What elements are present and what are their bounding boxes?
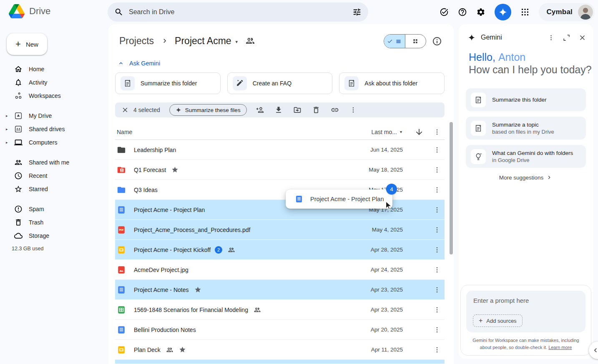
modified-column-header[interactable]: Last mo... ▾ — [372, 129, 402, 135]
star-icon — [179, 346, 186, 353]
sidebar-item-workspaces[interactable]: Workspaces — [0, 89, 108, 102]
row-more-icon[interactable] — [432, 345, 442, 355]
sidebar-item-starred[interactable]: Starred — [0, 182, 108, 196]
greeting-question: How can I help you today? — [469, 63, 592, 76]
expand-caret-icon[interactable]: ▸ — [6, 127, 8, 131]
row-more-icon[interactable] — [432, 165, 442, 175]
list-view-button[interactable] — [384, 35, 405, 48]
row-more-icon[interactable] — [432, 325, 442, 335]
row-more-icon[interactable] — [432, 225, 442, 235]
list-scrollbar[interactable] — [450, 122, 453, 254]
file-date: May 18, 2025 — [369, 167, 403, 173]
file-row-selected[interactable]: Project Acme - Project Plan May 17, 2025 — [115, 200, 445, 220]
summarize-files-button[interactable]: Summarize these files — [169, 104, 247, 116]
modified-column-label: Last mo... — [372, 129, 397, 135]
breadcrumb-current[interactable]: Project Acme — [171, 35, 233, 47]
chevron-up-icon — [118, 60, 124, 67]
suggestion-summarize-folder[interactable]: Summarize this folder — [466, 88, 586, 111]
settings-gear-icon[interactable] — [476, 7, 485, 17]
close-panel-icon[interactable] — [578, 34, 586, 42]
avatar[interactable] — [578, 5, 593, 20]
name-column-header[interactable]: Name — [117, 129, 132, 135]
google-sheets-icon — [117, 305, 126, 314]
grid-view-button[interactable] — [405, 35, 426, 48]
row-more-icon[interactable] — [432, 265, 442, 275]
suggestion-summarize-topic[interactable]: Summarize a topic based on files in my D… — [466, 117, 586, 140]
more-suggestions-label: More suggestions — [499, 175, 544, 181]
sidebar-item-shared-drives[interactable]: ▸ Shared drives — [0, 122, 108, 136]
file-row[interactable]: 1569-1848 Scenarios for Financial Modeli… — [115, 300, 445, 320]
file-row[interactable]: Plan Deck Apr 11, 2025 — [115, 340, 445, 360]
chip-summarize-folder[interactable]: Summarize this folder — [115, 72, 221, 94]
search-icon[interactable] — [114, 7, 123, 17]
search-input[interactable] — [129, 8, 347, 16]
storage-used-label: 12.3 GB used — [0, 246, 108, 252]
drive-logo[interactable]: Drive — [9, 4, 50, 18]
sidebar-item-computers[interactable]: ▸ Computers — [0, 136, 108, 149]
prompt-input[interactable]: Enter a prompt here + Add sources — [466, 291, 585, 332]
ask-gemini-label: Ask Gemini — [129, 60, 160, 67]
file-row[interactable]: Bellini Production Notes Apr 20, 2025 — [115, 320, 445, 340]
copy-link-icon[interactable] — [331, 106, 339, 114]
account-pill[interactable]: Cymbal — [539, 3, 595, 21]
panel-more-icon[interactable] — [548, 34, 555, 42]
clock-icon — [14, 172, 23, 180]
add-sources-button[interactable]: + Add sources — [473, 314, 523, 327]
sidebar-item-my-drive[interactable]: ▸ My Drive — [0, 109, 108, 122]
sidebar-item-spam[interactable]: Spam — [0, 202, 108, 216]
expand-caret-icon[interactable]: ▸ — [6, 114, 8, 118]
file-row[interactable]: Leadership Plan Jun 14, 2025 — [115, 140, 445, 160]
row-more-icon[interactable] — [432, 145, 442, 155]
trash-icon[interactable] — [312, 106, 320, 114]
doc-sparkle-icon — [471, 121, 486, 136]
row-more-icon[interactable] — [432, 285, 442, 295]
sidebar-item-activity[interactable]: Activity — [0, 76, 108, 89]
ask-gemini-toggle[interactable]: Ask Gemini — [118, 60, 160, 67]
expand-panel-icon[interactable] — [563, 34, 570, 42]
folder-members-icon[interactable] — [245, 36, 255, 46]
row-more-icon[interactable] — [432, 305, 442, 315]
sidebar-item-storage[interactable]: Storage — [0, 229, 108, 242]
breadcrumb-parent[interactable]: Projects — [115, 35, 158, 47]
chip-label: Create an FAQ — [253, 80, 291, 87]
google-docs-icon — [117, 325, 126, 334]
gemini-button[interactable] — [495, 4, 511, 20]
sidebar-item-home[interactable]: Home — [0, 62, 108, 76]
sidebar-item-shared-with-me[interactable]: Shared with me — [0, 156, 108, 169]
file-row[interactable]: Q1 Forecast May 18, 2025 — [115, 160, 445, 180]
check-icon — [387, 38, 393, 44]
new-button[interactable]: + New — [7, 33, 47, 55]
table-options-icon[interactable] — [432, 127, 442, 137]
download-icon[interactable] — [274, 106, 283, 114]
search-bar[interactable] — [108, 2, 368, 22]
suggestion-gemini-folders[interactable]: What can Gemini do with folders in Googl… — [466, 145, 586, 168]
folder-menu-caret-icon[interactable]: ▾ — [236, 39, 238, 45]
clear-selection-button[interactable] — [119, 104, 131, 116]
info-icon[interactable] — [432, 36, 442, 46]
view-toggle[interactable] — [384, 34, 426, 48]
row-more-icon[interactable] — [432, 205, 442, 215]
file-row-selected[interactable]: Project Acme - Project Kickoff 2 Apr 28,… — [115, 240, 445, 260]
learn-more-link[interactable]: Learn more — [548, 345, 572, 350]
sort-direction-icon[interactable] — [415, 127, 424, 137]
apps-grid-icon[interactable] — [520, 7, 530, 17]
file-row-selected[interactable]: Project_Acme_Process_and_Procedures.pdf … — [115, 220, 445, 240]
people-icon — [14, 158, 23, 167]
help-icon[interactable] — [458, 7, 467, 17]
file-row-selected[interactable]: Project Acme - Notes Apr 23, 2025 — [115, 280, 445, 300]
gemini-panel-header: Gemini — [468, 32, 586, 43]
sidebar-item-recent[interactable]: Recent — [0, 169, 108, 182]
sidebar-item-trash[interactable]: Trash — [0, 216, 108, 229]
chip-create-faq[interactable]: Create an FAQ — [227, 72, 333, 94]
expand-caret-icon[interactable]: ▸ — [6, 140, 8, 145]
more-actions-icon[interactable] — [349, 106, 357, 114]
offline-status-icon[interactable] — [440, 7, 449, 17]
share-person-add-icon[interactable] — [256, 106, 264, 114]
file-row[interactable]: AcmeDev Project.jpg Apr 24, 2025 — [115, 260, 445, 280]
row-more-icon[interactable] — [432, 245, 442, 255]
search-filters-icon[interactable] — [352, 7, 362, 17]
chip-ask-about-folder[interactable]: Ask about this folder — [339, 72, 445, 94]
row-more-icon[interactable] — [432, 185, 442, 195]
more-suggestions-link[interactable]: More suggestions — [459, 174, 593, 181]
move-to-folder-icon[interactable] — [293, 106, 302, 114]
